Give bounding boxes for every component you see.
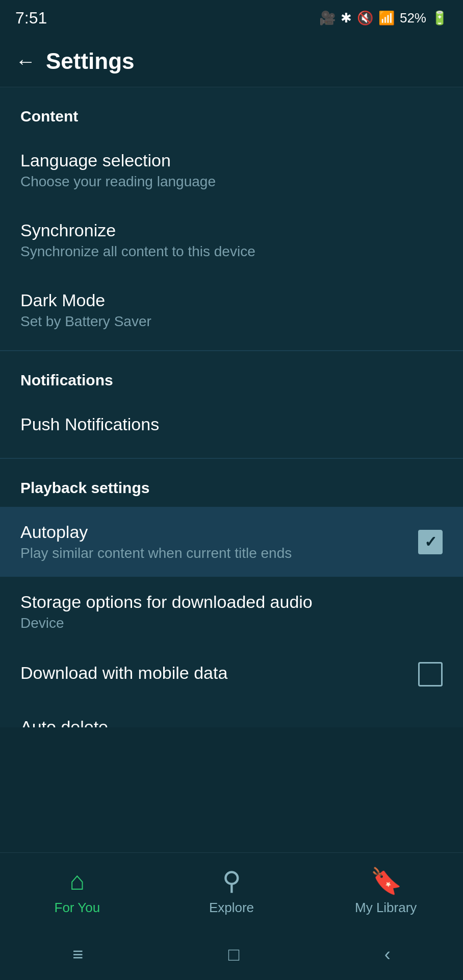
autoplay-subtitle: Play similar content when current title … [20,545,292,561]
battery-icon: 🔋 [431,10,448,26]
storage-options-subtitle: Device [20,615,443,631]
synchronize-subtitle: Synchronize all content to this device [20,243,443,260]
storage-options-item[interactable]: Storage options for downloaded audio Dev… [0,577,463,647]
my-library-label: My Library [355,900,417,916]
for-you-label: For You [55,900,100,916]
auto-delete-title: Auto delete [20,717,443,727]
settings-content: Content Language selection Choose your r… [0,87,463,727]
nav-explore[interactable]: ⚲ Explore [155,866,309,916]
storage-options-title: Storage options for downloaded audio [20,592,443,612]
menu-icon[interactable]: ≡ [72,944,83,965]
language-selection-subtitle: Choose your reading language [20,174,443,190]
push-notifications-item[interactable]: Push Notifications [0,399,463,453]
download-mobile-item[interactable]: Download with mobile data [0,647,463,702]
synchronize-title: Synchronize [20,220,443,240]
back-button[interactable]: ← [15,50,36,73]
home-icon: ⌂ [69,866,85,896]
synchronize-item[interactable]: Synchronize Synchronize all content to t… [0,205,463,275]
bottom-nav: ⌂ For You ⚲ Explore 🔖 My Library [0,852,463,929]
dark-mode-title: Dark Mode [20,290,443,310]
download-mobile-checkbox[interactable] [418,662,443,687]
battery-percentage: 52% [400,10,426,26]
download-mobile-title: Download with mobile data [20,663,227,683]
status-icons: 🎥 ✱ 🔇 📶 52% 🔋 [319,10,448,26]
mute-icon: 🔇 [357,10,373,26]
download-mobile-row: Download with mobile data [20,662,443,687]
playback-section: Playback settings Autoplay Play similar … [0,459,463,727]
notifications-section: Notifications Push Notifications [0,351,463,453]
system-nav-bar: ≡ □ ‹ [0,929,463,980]
content-section: Content Language selection Choose your r… [0,87,463,345]
nav-for-you[interactable]: ⌂ For You [0,866,155,916]
nav-my-library[interactable]: 🔖 My Library [308,866,463,916]
video-icon: 🎥 [319,10,336,26]
search-icon: ⚲ [222,866,241,896]
bluetooth-icon: ✱ [341,10,352,26]
explore-label: Explore [209,900,254,916]
push-notifications-title: Push Notifications [20,414,443,434]
status-time: 7:51 [15,9,47,28]
home-circle-icon[interactable]: □ [228,944,240,965]
language-selection-title: Language selection [20,151,443,170]
status-bar: 7:51 🎥 ✱ 🔇 📶 52% 🔋 [0,0,463,36]
autoplay-checkbox[interactable] [418,530,443,554]
dark-mode-subtitle: Set by Battery Saver [20,313,443,330]
wifi-icon: 📶 [378,10,395,26]
autoplay-text: Autoplay Play similar content when curre… [20,522,292,561]
back-chevron-icon[interactable]: ‹ [384,944,391,965]
autoplay-title: Autoplay [20,522,292,542]
bookmark-icon: 🔖 [370,866,402,896]
playback-section-header: Playback settings [0,459,463,507]
settings-header: ← Settings [0,36,463,87]
language-selection-item[interactable]: Language selection Choose your reading l… [0,135,463,205]
auto-delete-partial-item: Auto delete [0,702,463,727]
autoplay-item[interactable]: Autoplay Play similar content when curre… [0,507,463,577]
autoplay-row: Autoplay Play similar content when curre… [20,522,443,561]
notifications-section-header: Notifications [0,351,463,399]
content-section-header: Content [0,87,463,135]
page-title: Settings [46,48,135,74]
dark-mode-item[interactable]: Dark Mode Set by Battery Saver [0,275,463,345]
